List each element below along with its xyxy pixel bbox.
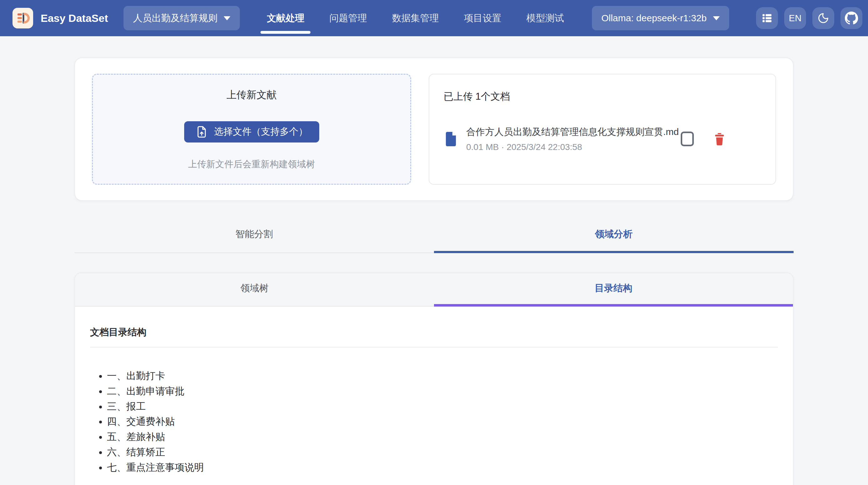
select-files-label: 选择文件（支持多个） bbox=[214, 125, 308, 138]
project-selector-label: 人员出勤及结算规则 bbox=[133, 12, 217, 25]
moon-icon bbox=[817, 12, 829, 24]
navbar: Easy DataSet 人员出勤及结算规则 文献处理 问题管理 数据集管理 项… bbox=[0, 0, 868, 36]
file-meta: 0.01 MB · 2025/3/24 22:03:58 bbox=[466, 142, 679, 152]
chevron-down-icon bbox=[713, 16, 720, 20]
select-files-button[interactable]: 选择文件（支持多个） bbox=[184, 121, 319, 142]
chevron-down-icon bbox=[223, 16, 230, 20]
language-label: EN bbox=[789, 13, 801, 24]
analysis-tabs: 智能分割 领域分析 bbox=[74, 220, 794, 253]
active-nav-underline bbox=[260, 31, 310, 34]
nav-item-model-testing[interactable]: 模型测试 bbox=[514, 0, 576, 36]
upload-title: 上传新文献 bbox=[227, 88, 277, 102]
task-list-icon bbox=[761, 12, 773, 24]
divider bbox=[90, 347, 778, 348]
active-tab-underline bbox=[434, 251, 794, 253]
subtab-label: 目录结构 bbox=[595, 283, 632, 293]
tab-smart-split[interactable]: 智能分割 bbox=[74, 220, 434, 253]
file-name: 合作方人员出勤及结算管理信息化支撑规则宣贯.md bbox=[466, 126, 679, 138]
nav-item-dataset-management[interactable]: 数据集管理 bbox=[379, 0, 451, 36]
toc-list: 一、出勤打卡 二、出勤申请审批 三、报工 四、交通费补贴 五、差旅补贴 六、结算… bbox=[90, 370, 778, 474]
upload-section: 上传新文献 选择文件（支持多个） 上传新文件后会重新构建领域树 已上传 1个文档 bbox=[74, 58, 794, 201]
easy-dataset-logo-icon bbox=[15, 11, 30, 26]
toc-heading: 文档目录结构 bbox=[90, 326, 778, 339]
model-selector-label: Ollama: deepseek-r1:32b bbox=[601, 13, 707, 24]
toc-item: 三、报工 bbox=[107, 400, 778, 413]
nav-item-document-processing[interactable]: 文献处理 bbox=[254, 0, 317, 36]
subtab-toc-structure[interactable]: 目录结构 bbox=[434, 273, 793, 306]
upload-hint: 上传新文件后会重新构建领域树 bbox=[188, 158, 315, 171]
domain-analysis-card: 领域树 目录结构 文档目录结构 一、出勤打卡 二、出勤申请审批 三、报工 四、交… bbox=[74, 272, 794, 485]
theme-toggle-button[interactable] bbox=[812, 7, 834, 29]
preview-icon[interactable] bbox=[681, 132, 694, 146]
domain-subtabs: 领域树 目录结构 bbox=[75, 273, 793, 306]
file-info: 合作方人员出勤及结算管理信息化支撑规则宣贯.md 0.01 MB · 2025/… bbox=[466, 126, 679, 152]
model-selector[interactable]: Ollama: deepseek-r1:32b bbox=[592, 6, 729, 30]
subtab-label: 领域树 bbox=[241, 283, 269, 293]
navbar-right-group: Ollama: deepseek-r1:32b EN bbox=[592, 6, 862, 30]
upload-dropzone[interactable]: 上传新文献 选择文件（支持多个） 上传新文件后会重新构建领域树 bbox=[92, 74, 411, 185]
github-button[interactable] bbox=[840, 7, 862, 29]
toc-item: 四、交通费补贴 bbox=[107, 416, 778, 428]
document-icon bbox=[444, 131, 458, 148]
toc-item: 一、出勤打卡 bbox=[107, 370, 778, 382]
uploaded-documents-panel: 已上传 1个文档 合作方人员出勤及结算管理信息化支撑规则宣贯.md 0.01 M… bbox=[429, 74, 776, 185]
tab-label: 领域分析 bbox=[595, 229, 632, 239]
task-list-button[interactable] bbox=[756, 7, 778, 29]
nav-item-label: 模型测试 bbox=[526, 12, 564, 25]
app-title: Easy DataSet bbox=[41, 12, 108, 24]
file-upload-icon bbox=[195, 126, 208, 138]
subtab-domain-tree[interactable]: 领域树 bbox=[75, 273, 434, 306]
nav-item-question-management[interactable]: 问题管理 bbox=[317, 0, 379, 36]
project-selector[interactable]: 人员出勤及结算规则 bbox=[124, 6, 240, 30]
active-subtab-underline bbox=[434, 304, 793, 306]
trash-icon bbox=[713, 132, 726, 146]
toc-item: 五、差旅补贴 bbox=[107, 431, 778, 443]
nav-item-label: 问题管理 bbox=[329, 12, 367, 25]
file-row: 合作方人员出勤及结算管理信息化支撑规则宣贯.md 0.01 MB · 2025/… bbox=[444, 126, 761, 152]
tab-label: 智能分割 bbox=[236, 229, 273, 239]
toc-item: 二、出勤申请审批 bbox=[107, 385, 778, 397]
toc-content: 文档目录结构 一、出勤打卡 二、出勤申请审批 三、报工 四、交通费补贴 五、差旅… bbox=[75, 306, 793, 485]
delete-file-button[interactable] bbox=[713, 132, 726, 146]
language-toggle-button[interactable]: EN bbox=[784, 7, 806, 29]
toc-item: 六、结算矫正 bbox=[107, 446, 778, 458]
nav-item-project-settings[interactable]: 项目设置 bbox=[451, 0, 514, 36]
nav-item-label: 数据集管理 bbox=[392, 12, 439, 25]
main-nav: 文献处理 问题管理 数据集管理 项目设置 模型测试 bbox=[254, 0, 576, 36]
app-logo-icon[interactable] bbox=[12, 8, 33, 28]
toc-item: 七、重点注意事项说明 bbox=[107, 461, 778, 474]
nav-item-label: 项目设置 bbox=[464, 12, 501, 25]
uploaded-count-title: 已上传 1个文档 bbox=[444, 90, 761, 103]
github-icon bbox=[844, 11, 858, 25]
tab-domain-analysis[interactable]: 领域分析 bbox=[434, 220, 794, 253]
page-content: 上传新文献 选择文件（支持多个） 上传新文件后会重新构建领域树 已上传 1个文档 bbox=[74, 58, 794, 485]
nav-item-label: 文献处理 bbox=[267, 12, 304, 25]
